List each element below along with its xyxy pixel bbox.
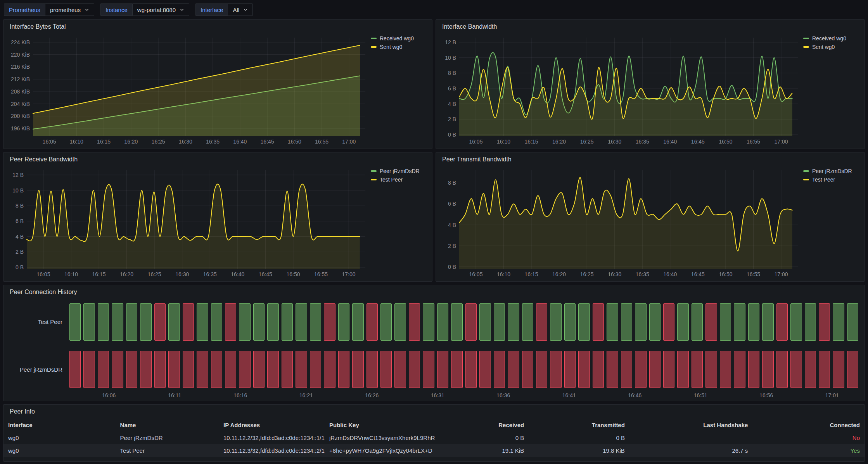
state-bar-disconnected[interactable] — [536, 351, 547, 388]
state-bar-connected[interactable] — [197, 303, 208, 341]
state-bar-connected[interactable] — [394, 303, 406, 341]
state-bar-connected[interactable] — [578, 303, 590, 341]
state-bar-disconnected[interactable] — [367, 303, 378, 341]
state-bar-disconnected[interactable] — [154, 303, 166, 341]
state-bar-connected[interactable] — [352, 303, 363, 341]
state-bar-disconnected[interactable] — [522, 351, 533, 388]
panel-title[interactable]: Peer Receive Bandwidth — [3, 152, 432, 166]
state-bar-connected[interactable] — [621, 303, 632, 341]
state-bar-connected[interactable] — [267, 303, 278, 341]
state-bar-connected[interactable] — [310, 303, 321, 341]
state-bar-disconnected[interactable] — [112, 351, 123, 388]
state-bar-connected[interactable] — [649, 303, 661, 341]
panel-title[interactable]: Interface Bytes Total — [3, 20, 432, 34]
state-bar-disconnected[interactable] — [564, 351, 576, 388]
state-bar-connected[interactable] — [98, 303, 109, 341]
state-bar-disconnected[interactable] — [692, 351, 703, 388]
state-bar-connected[interactable] — [296, 303, 307, 341]
state-bar-disconnected[interactable] — [805, 351, 816, 388]
state-bar-connected[interactable] — [69, 303, 81, 341]
state-bar-disconnected[interactable] — [267, 351, 278, 388]
state-bar-disconnected[interactable] — [593, 303, 604, 341]
state-bar-disconnected[interactable] — [833, 351, 844, 388]
state-bar-connected[interactable] — [692, 303, 703, 341]
state-bar-connected[interactable] — [83, 303, 95, 341]
state-bar-disconnected[interactable] — [748, 351, 759, 388]
state-bar-disconnected[interactable] — [705, 303, 717, 341]
state-bar-disconnected[interactable] — [394, 351, 406, 388]
state-bar-disconnected[interactable] — [380, 351, 392, 388]
state-bar-connected[interactable] — [112, 303, 123, 341]
state-bar-connected[interactable] — [239, 303, 250, 341]
state-bar-disconnected[interactable] — [635, 351, 646, 388]
state-bar-connected[interactable] — [762, 303, 773, 341]
state-bar-disconnected[interactable] — [282, 351, 293, 388]
state-bar-disconnected[interactable] — [494, 351, 505, 388]
state-bar-disconnected[interactable] — [168, 351, 180, 388]
variable-prometheus-select[interactable]: prometheus — [45, 3, 94, 16]
state-bar-disconnected[interactable] — [239, 351, 250, 388]
column-header[interactable]: Last Handshake — [629, 419, 752, 431]
state-bar-disconnected[interactable] — [790, 351, 802, 388]
state-bar-disconnected[interactable] — [819, 303, 830, 341]
state-bar-disconnected[interactable] — [649, 351, 661, 388]
legend-item[interactable]: Peer jRzmDsDR — [371, 168, 427, 174]
state-bar-disconnected[interactable] — [140, 351, 151, 388]
legend-item[interactable]: Test Peer — [803, 177, 860, 183]
panel-title[interactable]: Interface Bandwidth — [436, 20, 865, 34]
state-bar-disconnected[interactable] — [154, 351, 166, 388]
state-bar-connected[interactable] — [437, 303, 448, 341]
state-bar-connected[interactable] — [380, 303, 392, 341]
state-bar-connected[interactable] — [253, 303, 265, 341]
state-bar-disconnected[interactable] — [83, 351, 95, 388]
column-header[interactable]: IP Addresses — [219, 419, 325, 431]
legend-item[interactable]: Received wg0 — [371, 35, 427, 42]
chart-canvas[interactable]: 0 B2 B4 B6 B8 B10 B12 B16:0516:1016:1516… — [7, 166, 368, 279]
state-bar-disconnected[interactable] — [593, 351, 604, 388]
state-bar-disconnected[interactable] — [423, 351, 434, 388]
state-bar-disconnected[interactable] — [663, 303, 674, 341]
column-header[interactable]: Connected — [752, 419, 865, 431]
column-header[interactable]: Received — [441, 419, 529, 431]
state-bar-disconnected[interactable] — [197, 351, 208, 388]
state-bar-connected[interactable] — [522, 303, 533, 341]
state-bar-connected[interactable] — [734, 303, 745, 341]
panel-title[interactable]: Peer Connection History — [3, 285, 865, 299]
state-bar-disconnected[interactable] — [465, 351, 477, 388]
state-bar-disconnected[interactable] — [607, 351, 618, 388]
state-bar-connected[interactable] — [126, 303, 137, 341]
state-bar-disconnected[interactable] — [437, 351, 448, 388]
state-bar-connected[interactable] — [211, 303, 222, 341]
state-bar-disconnected[interactable] — [677, 351, 688, 388]
state-bar-disconnected[interactable] — [550, 351, 561, 388]
state-bar-disconnected[interactable] — [819, 351, 830, 388]
state-bar-connected[interactable] — [140, 303, 151, 341]
state-bar-disconnected[interactable] — [324, 303, 335, 341]
column-header[interactable]: Transmitted — [529, 419, 629, 431]
state-bar-connected[interactable] — [168, 303, 180, 341]
state-bar-disconnected[interactable] — [183, 303, 194, 341]
state-bar-disconnected[interactable] — [536, 303, 547, 341]
state-bar-disconnected[interactable] — [225, 351, 236, 388]
chart-canvas[interactable]: 0 B2 B4 B6 B8 B16:0516:1016:1516:2016:25… — [439, 166, 801, 279]
column-header[interactable]: Interface — [3, 419, 116, 431]
state-bar-disconnected[interactable] — [253, 351, 265, 388]
state-bar-disconnected[interactable] — [310, 351, 321, 388]
chart-canvas[interactable]: 196 KiB200 KiB204 KiB208 KiB212 KiB216 K… — [7, 34, 368, 146]
state-bar-connected[interactable] — [635, 303, 646, 341]
state-bar-connected[interactable] — [677, 303, 688, 341]
state-bar-connected[interactable] — [338, 303, 349, 341]
state-bar-disconnected[interactable] — [451, 351, 462, 388]
state-bar-disconnected[interactable] — [479, 351, 491, 388]
state-bar-disconnected[interactable] — [69, 351, 81, 388]
legend-item[interactable]: Sent wg0 — [371, 44, 427, 50]
legend-item[interactable]: Test Peer — [371, 177, 427, 183]
state-bar-connected[interactable] — [833, 303, 844, 341]
state-bar-connected[interactable] — [847, 303, 858, 341]
state-bar-disconnected[interactable] — [621, 351, 632, 388]
state-bar-disconnected[interactable] — [847, 351, 858, 388]
column-header[interactable]: Public Key — [325, 419, 441, 431]
state-bar-disconnected[interactable] — [352, 351, 363, 388]
state-bar-connected[interactable] — [607, 303, 618, 341]
state-bar-connected[interactable] — [790, 303, 802, 341]
